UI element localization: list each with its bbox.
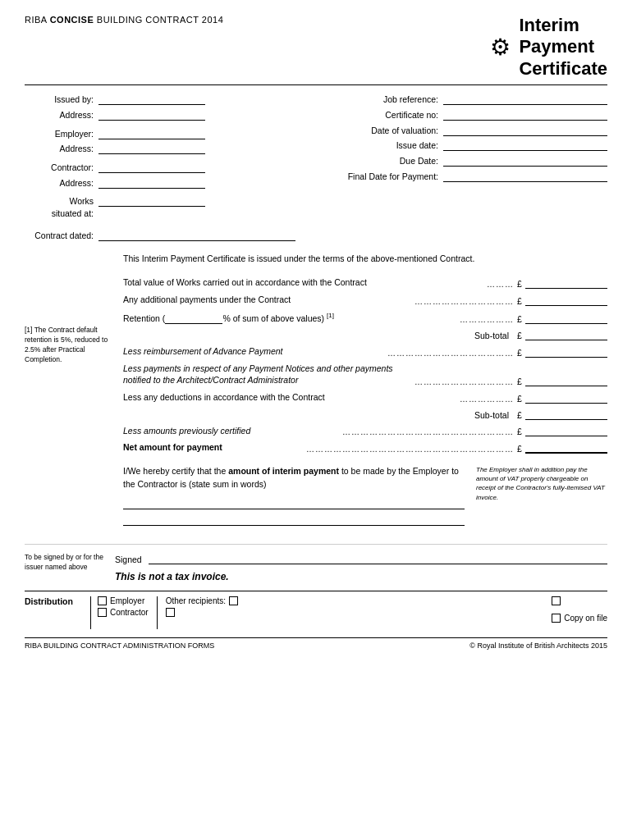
amount-line-7[interactable] — [525, 425, 607, 436]
amount-row-2: Any additional payments under the Contra… — [123, 294, 607, 306]
net-amount-row: Net amount for payment ……………………………………………… — [123, 441, 607, 454]
page: RIBA CONCISE BUILDING CONTRACT 2014 ⚙ In… — [0, 0, 632, 840]
subtotal-row-1: Sub-total £ — [123, 329, 607, 340]
dist-employer-item: Employer — [98, 596, 149, 605]
due-date-label: Due Date: — [400, 155, 443, 167]
currency-sub1: £ — [514, 331, 525, 340]
dist-other-checkbox2[interactable] — [166, 608, 175, 617]
title-line1: Interim — [519, 15, 607, 36]
dist-contractor-checkbox[interactable] — [98, 608, 107, 617]
main-content: This Interim Payment Certificate is issu… — [123, 253, 607, 531]
amount-row-6: Less any deductions in accordance with t… — [123, 391, 607, 404]
works-label: Workssituated at: — [25, 195, 98, 219]
amount-desc-7: Less amounts previously certified — [123, 425, 342, 437]
net-amount-desc: Net amount for payment — [123, 441, 306, 454]
issue-date-value[interactable] — [443, 139, 607, 151]
subtotal-label-1: Sub-total — [474, 331, 509, 340]
dist-other-checkbox1[interactable] — [229, 596, 238, 605]
dots-1: ……… — [487, 280, 514, 289]
amount-section: [1] The Contract default retention is 5%… — [123, 276, 607, 454]
address2-row: Address: — [25, 143, 205, 155]
final-date-value[interactable] — [443, 171, 607, 182]
job-ref-label: Job reference: — [383, 94, 443, 106]
title-line3: Certificate — [519, 58, 607, 80]
amount-desc-6: Less any deductions in accordance with t… — [123, 391, 460, 404]
contractor-row: Contractor: — [25, 162, 205, 174]
dist-copy-checkbox[interactable] — [552, 614, 561, 623]
dist-other-label-row: Other recipients: — [166, 596, 238, 605]
valuation-date-value[interactable] — [443, 125, 607, 136]
signed-note: To be signed by or for the issuer named … — [25, 553, 115, 573]
dist-employer-checkbox[interactable] — [98, 596, 107, 605]
dist-other-label: Other recipients: — [166, 596, 226, 605]
not-tax-invoice: This is not a tax invoice. — [115, 571, 607, 582]
currency-sub2: £ — [514, 410, 525, 420]
employer-value[interactable] — [98, 128, 205, 139]
amount-row-7: Less amounts previously certified ………………… — [123, 425, 607, 437]
issue-date-row: Issue date: — [205, 139, 607, 152]
dots-7: ………………………………………………… — [342, 427, 514, 436]
final-date-label: Final Date for Payment: — [348, 171, 443, 183]
amount-line-net[interactable] — [525, 442, 607, 454]
contractor-value[interactable] — [98, 162, 205, 173]
top-fields: Issued by: Address: Employer: Address: C… — [25, 94, 607, 223]
building-suffix: BUILDING CONTRACT 2014 — [94, 15, 223, 25]
dist-extra: Copy on file — [552, 596, 607, 623]
amount-desc-2: Any additional payments under the Contra… — [123, 294, 414, 306]
amount-line-3[interactable] — [525, 313, 607, 324]
currency-4: £ — [514, 348, 525, 358]
currency-3: £ — [514, 314, 525, 324]
signed-section: To be signed by or for the issuer named … — [25, 544, 607, 582]
title-line2: Payment — [519, 36, 607, 57]
subtotal-row-2: Sub-total £ — [123, 409, 607, 420]
dots-5: …………………………… — [414, 377, 514, 386]
dist-other-row2 — [166, 608, 238, 617]
certify-note: The Employer shall in addition pay the a… — [476, 465, 607, 502]
signed-line[interactable] — [149, 553, 607, 564]
dots-2: …………………………… — [414, 297, 514, 306]
final-date-row: Final Date for Payment: — [205, 171, 607, 183]
works-value[interactable] — [98, 195, 205, 207]
address1-label: Address: — [25, 109, 98, 121]
certify-section: I/We hereby certify that the amount of i… — [123, 465, 607, 531]
footer-right: © Royal Institute of British Architects … — [469, 641, 607, 650]
due-date-value[interactable] — [443, 155, 607, 167]
amount-line-4[interactable] — [525, 346, 607, 358]
address2-value[interactable] — [98, 143, 205, 154]
distribution-content: Employer Contractor Other recipients: — [90, 596, 607, 629]
dist-separator — [157, 596, 158, 629]
issue-date-label: Issue date: — [396, 139, 443, 152]
issued-by-value[interactable] — [98, 94, 205, 105]
cert-no-value[interactable] — [443, 109, 607, 121]
dots-3: ……………… — [460, 315, 514, 324]
riba-logo-icon: ⚙ — [490, 36, 511, 59]
job-ref-value[interactable] — [443, 94, 607, 105]
amount-line-sub2[interactable] — [525, 409, 607, 420]
currency-2: £ — [514, 296, 525, 306]
amount-line-5[interactable] — [525, 375, 607, 386]
address3-value[interactable] — [98, 177, 205, 189]
employer-label: Employer: — [25, 128, 98, 140]
amount-line-sub1[interactable] — [525, 329, 607, 340]
right-fields: Job reference: Certificate no: Date of v… — [205, 94, 607, 223]
left-fields: Issued by: Address: Employer: Address: C… — [25, 94, 205, 223]
certify-left: I/We hereby certify that the amount of i… — [123, 465, 465, 531]
riba-prefix: RIBA — [25, 15, 50, 25]
intro-text: This Interim Payment Certificate is issu… — [123, 253, 607, 266]
currency-1: £ — [514, 279, 525, 289]
job-ref-row: Job reference: — [205, 94, 607, 106]
address1-value[interactable] — [98, 109, 205, 121]
distribution-section: Distribution Employer Contractor Other r… — [25, 591, 607, 629]
currency-6: £ — [514, 394, 525, 404]
amount-line-1[interactable] — [525, 277, 607, 289]
amount-line-2[interactable] — [525, 294, 607, 306]
certify-sum-line[interactable] — [123, 498, 465, 509]
document-title: Interim Payment Certificate — [519, 15, 607, 80]
dist-extra-checkbox1[interactable] — [552, 596, 561, 605]
certify-bold: amount of interim payment — [228, 466, 339, 476]
amount-line-6[interactable] — [525, 392, 607, 404]
contract-dated-label: Contract dated: — [25, 231, 98, 240]
dist-copy-row: Copy on file — [552, 614, 607, 623]
certify-sum-line2[interactable] — [123, 514, 465, 526]
contract-dated-value[interactable] — [98, 230, 295, 241]
